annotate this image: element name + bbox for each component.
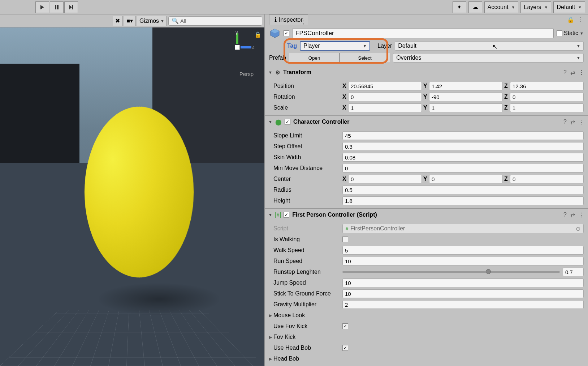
fov-kick-foldout[interactable]: Fov Kick: [273, 334, 295, 340]
use-head-bob-checkbox[interactable]: [342, 345, 348, 351]
orientation-gizmo[interactable]: y z: [221, 31, 254, 64]
fps-header[interactable]: ▼ # First Person Controller (Script) ?⇄⋮: [265, 209, 588, 221]
gravity-input[interactable]: [342, 300, 584, 309]
static-dropdown-icon[interactable]: ▼: [580, 31, 584, 35]
height-input[interactable]: [342, 196, 584, 205]
script-field[interactable]: #FirstPersonController: [342, 224, 584, 233]
foldout-icon[interactable]: ▶: [269, 313, 272, 318]
menu-icon[interactable]: ⋮: [579, 119, 584, 125]
preset-icon[interactable]: ⇄: [570, 69, 575, 76]
foldout-icon[interactable]: ▼: [268, 213, 272, 217]
help-icon[interactable]: ?: [563, 69, 567, 76]
preset-icon[interactable]: ⇄: [570, 119, 575, 125]
charctrl-icon: ⬤: [275, 119, 282, 125]
scene-search[interactable]: 🔍: [168, 16, 262, 26]
gameobject-name-input[interactable]: [292, 28, 554, 38]
transform-header[interactable]: ▼ ⚙ Transform ?⇄⋮: [265, 66, 588, 78]
is-walking-checkbox[interactable]: [342, 237, 348, 242]
use-fov-checkbox[interactable]: [342, 323, 348, 329]
runstep-slider[interactable]: [342, 271, 560, 273]
prefab-open-button[interactable]: Open: [289, 53, 340, 63]
account-label: Account: [488, 4, 509, 10]
mouse-look-foldout[interactable]: Mouse Look: [273, 312, 305, 319]
top-toolbar: ✦ ☁ Account▼ Layers▼ Default▼: [0, 0, 588, 14]
menu-icon[interactable]: ⋮: [579, 212, 584, 218]
scene-view[interactable]: 🔒 y z Persp: [0, 27, 264, 366]
scale-z-input[interactable]: [510, 103, 584, 112]
run-speed-label: Run Speed: [269, 258, 340, 264]
inspector-header: Static ▼ Tag Player▼ Layer Default▼ Pref…: [265, 25, 588, 66]
step-offset-input[interactable]: [342, 142, 584, 151]
stick-input[interactable]: [342, 289, 584, 298]
y-label: Y: [423, 83, 428, 89]
gizmos-dropdown[interactable]: Gizmos ▼: [137, 16, 167, 26]
overrides-dropdown[interactable]: Overrides▼: [393, 53, 584, 63]
scene-search-input[interactable]: [180, 18, 259, 24]
foldout-icon[interactable]: ▶: [269, 335, 272, 340]
collab-icon-button[interactable]: ✦: [453, 1, 466, 13]
lock-icon[interactable]: 🔒: [254, 31, 261, 38]
panel-menu-icon[interactable]: ⋮: [301, 20, 306, 26]
rotation-x-input[interactable]: [348, 93, 422, 101]
position-z-input[interactable]: [510, 82, 584, 90]
rotation-z-input[interactable]: [510, 93, 584, 101]
layer-dropdown[interactable]: Default▼: [395, 41, 584, 51]
slider-thumb[interactable]: [486, 269, 491, 274]
head-bob-foldout[interactable]: Head Bob: [273, 356, 299, 362]
foldout-icon[interactable]: ▼: [268, 120, 272, 124]
center-z-input[interactable]: [510, 175, 584, 183]
right-toolbar-group: ✦ ☁ Account▼ Layers▼ Default▼: [453, 1, 585, 13]
foldout-icon[interactable]: ▶: [269, 357, 272, 361]
help-icon[interactable]: ?: [563, 119, 567, 125]
charctrl-enabled-checkbox[interactable]: [285, 119, 290, 125]
step-button[interactable]: [64, 1, 78, 13]
menu-icon[interactable]: ⋮: [579, 69, 584, 76]
prefab-select-button[interactable]: Select: [340, 53, 390, 63]
center-x-input[interactable]: [348, 175, 422, 183]
tag-label: Tag: [287, 43, 297, 49]
foldout-icon[interactable]: ▼: [268, 70, 272, 75]
fps-enabled-checkbox[interactable]: [284, 212, 289, 218]
skin-width-input[interactable]: [342, 153, 584, 162]
scale-y-input[interactable]: [429, 103, 503, 112]
play-button[interactable]: [35, 1, 49, 13]
min-move-label: Min Move Distance: [269, 165, 340, 171]
scene-tool-button[interactable]: ✖: [113, 16, 122, 26]
scene-panel: ✖ ■▾ Gizmos ▼ 🔍 🔒 y z Persp: [0, 14, 264, 366]
scene-camera-button[interactable]: ■▾: [124, 16, 135, 26]
walk-speed-input[interactable]: [342, 246, 584, 255]
tag-dropdown[interactable]: Player▼: [300, 41, 370, 51]
pause-button[interactable]: [50, 1, 64, 13]
gizmo-z-axis[interactable]: [241, 46, 251, 48]
position-y-input[interactable]: [429, 82, 503, 90]
preset-icon[interactable]: ⇄: [570, 212, 575, 218]
svg-rect-4: [72, 5, 73, 9]
run-speed-input[interactable]: [342, 257, 584, 265]
rotation-y-input[interactable]: [429, 93, 503, 101]
min-move-input[interactable]: [342, 164, 584, 173]
cloud-icon-button[interactable]: ☁: [468, 1, 482, 13]
radius-input[interactable]: [342, 186, 584, 194]
position-x-input[interactable]: [348, 82, 422, 90]
layout-dropdown[interactable]: Default▼: [553, 1, 585, 13]
inspector-tab-label: Inspector: [279, 17, 303, 23]
scale-x-input[interactable]: [348, 103, 422, 112]
runstep-value[interactable]: 0.7: [563, 268, 584, 276]
slope-limit-input[interactable]: [342, 131, 584, 140]
charctrl-header[interactable]: ▼ ⬤ Character Controller ?⇄⋮: [265, 116, 588, 128]
center-y-input[interactable]: [429, 175, 503, 183]
static-checkbox[interactable]: [557, 30, 562, 36]
lock-icon[interactable]: 🔒: [567, 16, 574, 23]
perspective-label[interactable]: Persp: [239, 71, 254, 77]
panel-menu-icon[interactable]: ⋮: [578, 16, 584, 23]
layers-dropdown[interactable]: Layers▼: [520, 1, 551, 13]
active-checkbox[interactable]: [284, 30, 289, 36]
jump-speed-label: Jump Speed: [269, 280, 340, 286]
gizmos-label: Gizmos: [139, 18, 159, 24]
jump-speed-input[interactable]: [342, 278, 584, 287]
gameobject-icon[interactable]: [269, 27, 281, 39]
account-dropdown[interactable]: Account▼: [484, 1, 519, 13]
help-icon[interactable]: ?: [563, 212, 567, 218]
svg-rect-2: [57, 5, 59, 9]
gizmo-center[interactable]: [235, 45, 240, 50]
